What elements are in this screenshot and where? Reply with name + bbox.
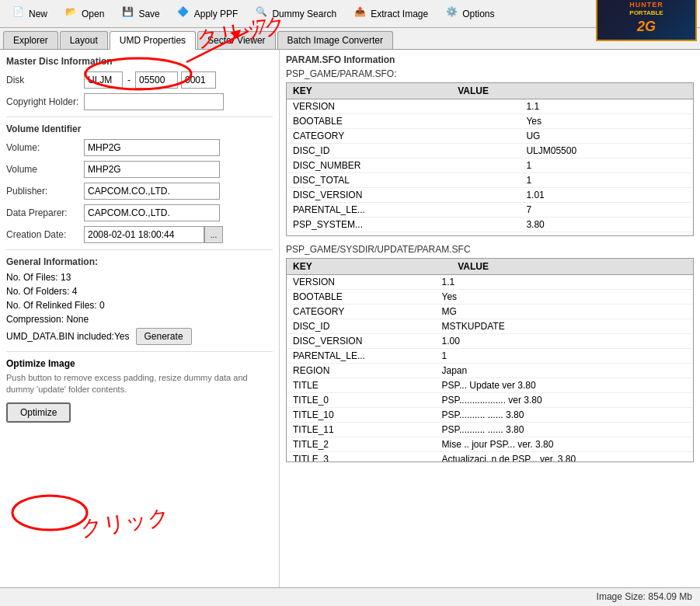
relinked-value: 0: [99, 300, 105, 311]
umd-data-info: UMD_DATA.BIN included: Yes Generate: [6, 328, 273, 345]
table-cell: 1: [436, 349, 693, 364]
table-cell: 1.1: [520, 99, 693, 114]
tab-umd-properties[interactable]: UMD Properties: [110, 31, 196, 50]
table-row: CATEGORYMG: [287, 305, 693, 319]
folders-info: No. Of Folders: 4: [6, 286, 273, 297]
table-cell: 1.1: [436, 275, 693, 290]
folders-value: 4: [72, 286, 78, 297]
table-row: DISC_TOTAL1: [287, 173, 693, 188]
table-cell: Actualizaci..n de PSP... ver. 3.80: [436, 452, 693, 462]
disk-input-3[interactable]: [181, 71, 216, 89]
param-sfc-table-header: KEY VALUE: [287, 259, 693, 275]
generate-button[interactable]: Generate: [136, 328, 192, 345]
table-cell: 3.80: [520, 218, 693, 232]
volume-id-header: Volume Identifier: [6, 124, 273, 134]
date-picker-button[interactable]: ...: [204, 226, 223, 243]
apply-ppf-button[interactable]: 🔷 Apply PPF: [169, 3, 246, 25]
table-cell: BOOTABLE: [287, 290, 436, 305]
left-panel: Master Disc Information Disk - Copyright…: [0, 50, 280, 587]
creation-date-input[interactable]: [84, 226, 204, 243]
creation-date-label: Creation Date:: [6, 229, 84, 240]
status-bar: Image Size: 854.09 Mb: [0, 587, 700, 604]
image-size-label: Image Size: 854.09 Mb: [597, 591, 692, 602]
tab-bar: Explorer Layout UMD Properties Sector Vi…: [0, 28, 700, 50]
open-label: Open: [82, 9, 104, 19]
disk-input-1[interactable]: [84, 71, 123, 89]
open-button[interactable]: 📂 Open: [56, 3, 111, 25]
table-cell: TITLE_10: [287, 408, 436, 423]
save-label: Save: [138, 9, 159, 19]
param-sfc-table-scroll[interactable]: VERSION1.1BOOTABLEYesCATEGORYMGDISC_IDMS…: [287, 275, 693, 461]
creation-date-row: Creation Date: ...: [6, 226, 273, 243]
param-sfc-col-spacer: [677, 259, 693, 275]
volume1-input[interactable]: [84, 139, 220, 156]
copyright-input[interactable]: [84, 93, 224, 110]
tab-layout[interactable]: Layout: [60, 31, 108, 49]
table-row: REGIONJapan: [287, 364, 693, 378]
extract-image-button[interactable]: 📤 Extract Image: [345, 3, 435, 25]
volume2-input[interactable]: [84, 161, 220, 178]
table-cell: PARENTAL_LE...: [287, 349, 436, 364]
new-icon: 📄: [10, 6, 26, 22]
table-cell: 1.01: [520, 188, 693, 203]
files-value: 13: [61, 272, 71, 283]
optimize-button[interactable]: Optimize: [6, 402, 71, 423]
publisher-input[interactable]: [84, 183, 220, 200]
tab-sector-viewer[interactable]: Sector Viewer: [197, 31, 275, 49]
table-cell: UG: [520, 129, 693, 144]
param-sfo-table: KEY VALUE: [287, 83, 693, 99]
param-sfc-table-container: KEY VALUE VERSION1.1BOOTABLEYesCATEGORYM…: [286, 258, 694, 462]
param-sfo-table-scroll[interactable]: VERSION1.1BOOTABLEYesCATEGORYUGDISC_IDUL…: [287, 99, 693, 235]
options-button[interactable]: ⚙️ Options: [437, 3, 501, 25]
table-row: TITLE_10PSP.......... ...... 3.80: [287, 408, 693, 423]
table-cell: PARENTAL_LE...: [287, 203, 520, 218]
save-icon: 💾: [120, 6, 135, 22]
main-content: Master Disc Information Disk - Copyright…: [0, 50, 700, 587]
options-label: Options: [462, 9, 494, 19]
apply-ppf-label: Apply PPF: [194, 9, 239, 19]
param-sfo-path: PSP_GAME/PARAM.SFO:: [286, 68, 694, 79]
param-sfo-header: PARAM.SFO Information: [286, 54, 694, 65]
table-row: PARENTAL_LE...7: [287, 203, 693, 218]
table-row: TITLEPSP... Update ver 3.80: [287, 378, 693, 393]
table-cell: DISC_ID: [287, 144, 520, 158]
relinked-info: No. Of Relinked Files: 0: [6, 300, 273, 311]
table-cell: DISC_VERSION: [287, 334, 436, 349]
data-preparer-input[interactable]: [84, 204, 220, 221]
table-cell: Yes: [436, 290, 693, 305]
disk-input-2[interactable]: [135, 71, 178, 89]
right-panel: PARAM.SFO Information PSP_GAME/PARAM.SFO…: [280, 50, 700, 587]
table-cell: Japan: [436, 364, 693, 378]
table-row: TITLE_2Mise .. jour PSP... ver. 3.80: [287, 437, 693, 452]
dummy-search-button[interactable]: 🔍 Dummy Search: [246, 3, 343, 25]
new-button[interactable]: 📄 New: [3, 3, 54, 25]
table-row: VERSION1.1: [287, 275, 693, 290]
table-cell: DISC_ID: [287, 319, 436, 334]
table-row: TITLE_11PSP.......... ...... 3.80: [287, 423, 693, 437]
volume1-row: Volume:: [6, 139, 273, 156]
table-cell: PSP_SYSTEM...: [287, 218, 520, 232]
table-cell: VERSION: [287, 275, 436, 290]
compression-info: Compression: None: [6, 314, 273, 325]
volume2-label: Volume: [6, 164, 84, 175]
table-row: CATEGORYUG: [287, 129, 693, 144]
dummy-search-icon: 🔍: [253, 6, 269, 22]
tab-batch-image-converter[interactable]: Batch Image Converter: [277, 31, 393, 49]
table-row: TITLE_3Actualizaci..n de PSP... ver. 3.8…: [287, 452, 693, 462]
folders-label: No. Of Folders:: [6, 286, 69, 297]
optimize-section: Optimize Image Push button to remove exc…: [6, 358, 273, 423]
table-row: DISC_VERSION1.01: [287, 188, 693, 203]
options-icon: ⚙️: [444, 6, 459, 22]
save-button[interactable]: 💾 Save: [113, 3, 166, 25]
table-cell: TITLE_11: [287, 423, 436, 437]
table-cell: VERSION: [287, 99, 520, 114]
param-sfc-path: PSP_GAME/SYSDIR/UPDATE/PARAM.SFC: [286, 244, 694, 255]
table-cell: 1: [520, 173, 693, 188]
tab-explorer[interactable]: Explorer: [3, 31, 58, 49]
table-row: DISC_NUMBER1: [287, 158, 693, 173]
table-cell: 7: [520, 203, 693, 218]
publisher-row: Publisher:: [6, 183, 273, 200]
disk-row: Disk -: [6, 71, 273, 89]
table-cell: PSP.................. ver 3.80: [436, 393, 693, 408]
param-sfc-col-value: VALUE: [451, 259, 677, 275]
